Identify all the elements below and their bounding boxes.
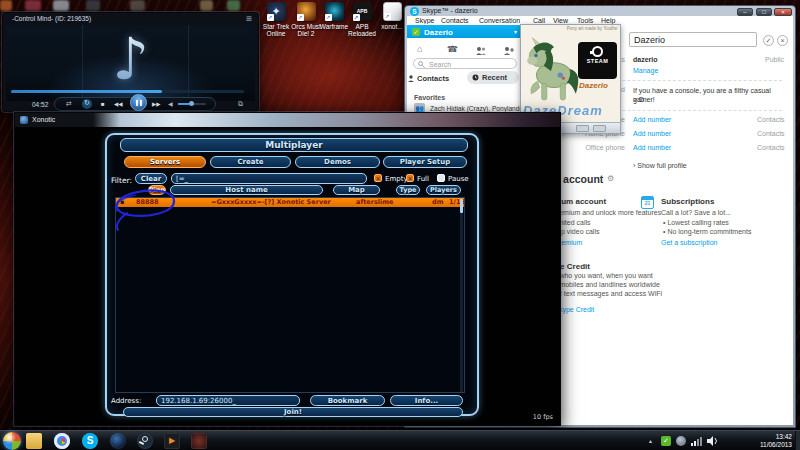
menu-tools[interactable]: Tools [577, 17, 593, 24]
server-row[interactable]: ▪ 88888 =GxxxGxxxx=-[?] Xonotic Server a… [116, 198, 464, 207]
search-input[interactable]: Search [413, 58, 517, 69]
server-ping: 88888 [136, 198, 159, 207]
manage-link[interactable]: Manage [633, 67, 658, 74]
orcs-must-die-icon: ↗ [297, 2, 316, 21]
add-contact-icon[interactable] [503, 46, 515, 55]
tab-recent[interactable]: Recent [467, 71, 519, 84]
switch-view-icon[interactable]: ⧉ [238, 100, 243, 108]
seek-bar[interactable] [11, 90, 244, 93]
address-input[interactable]: 192.168.1.69:26000_ [156, 395, 300, 406]
tray-app-icon[interactable] [676, 436, 686, 446]
taskbar-media-player-icon[interactable]: ▶ [164, 433, 180, 449]
volume-slider[interactable] [178, 103, 206, 105]
contacts-tag: Contacts [757, 130, 785, 137]
scrollbar-track[interactable] [460, 198, 463, 392]
tray-clock[interactable]: 13:42 11/06/2013 [760, 433, 792, 449]
group-contacts-icon[interactable] [475, 46, 487, 55]
steam-label: STEAM [578, 58, 617, 64]
scrollbar-thumb[interactable] [460, 199, 463, 213]
player-controls: 04:52 ⇄ ↻ ■ ◀◀ ▶▶ ◀ ⧉ [6, 97, 255, 111]
tab-contacts[interactable]: Contacts [415, 74, 449, 83]
server-map: afterslime [356, 198, 393, 207]
taskbar-chrome-icon[interactable] [54, 433, 70, 449]
user-status-bar[interactable]: ✓ Dazerio ▾ [407, 25, 522, 38]
close-button[interactable]: × [774, 8, 792, 16]
column-host-name[interactable]: Host name [170, 185, 323, 195]
clear-filter-button[interactable]: Clear [135, 173, 167, 184]
taskbar-app-icon[interactable] [191, 433, 207, 449]
join-button[interactable]: Join! [123, 407, 463, 417]
xonotic-titlebar[interactable]: Xonotic [15, 113, 560, 127]
bookmark-button[interactable]: Bookmark [310, 395, 385, 406]
gear-icon[interactable]: ⚙ [607, 174, 614, 183]
home-icon[interactable]: ⌂ [417, 44, 422, 54]
info-button[interactable]: Info... [390, 395, 463, 406]
call-phone-icon[interactable]: ☎ [447, 44, 458, 54]
taskbar-xonotic-icon[interactable] [110, 433, 126, 449]
tray-expand-icon[interactable]: ▲ [648, 438, 653, 444]
pause-button[interactable] [130, 94, 147, 111]
column-ping[interactable]: Ping [148, 185, 166, 195]
desktop-icon-sliver [0, 0, 12, 11]
add-office-link[interactable]: Add number [633, 144, 671, 151]
chevron-down-icon: ▾ [514, 28, 517, 35]
subscriptions-bullet-2: • No long-term commitments [663, 228, 751, 235]
taskbar-skype-icon[interactable]: S [82, 433, 98, 449]
menu-conversation[interactable]: Conversation [479, 17, 520, 24]
subscriptions-title: Subscriptions [661, 197, 714, 206]
add-mobile-link[interactable]: Add number [633, 116, 671, 123]
office-phone-label: Office phone [563, 144, 625, 151]
shuffle-icon[interactable]: ⇄ [66, 100, 72, 108]
full-label: Full [417, 175, 429, 183]
menu-contacts[interactable]: Contacts [441, 17, 469, 24]
volume-knob[interactable] [189, 101, 194, 106]
taskbar-explorer-icon[interactable] [26, 433, 42, 449]
tab-demos[interactable]: Demos [295, 156, 380, 168]
column-type[interactable]: Type [396, 185, 420, 195]
menu-call[interactable]: Call [533, 17, 545, 24]
desktop-icon-sliver [130, 0, 145, 11]
tab-player-setup[interactable]: Player Setup [383, 156, 467, 168]
warframe-icon: ↗ [325, 2, 344, 21]
pony-art-caption: Pony art made by 'Kodhe' [567, 26, 618, 31]
column-players[interactable]: Players [426, 185, 461, 195]
start-button[interactable] [3, 432, 21, 450]
pause-checkbox[interactable]: ✕ [437, 174, 445, 182]
taskbar-steam-icon[interactable] [137, 433, 153, 449]
tab-servers[interactable]: Servers [124, 156, 206, 168]
previous-button[interactable]: ◀◀ [114, 100, 122, 108]
server-host: =GxxxGxxxx=-[?] Xonotic Server [211, 198, 331, 207]
stop-button[interactable]: ■ [101, 100, 105, 108]
repeat-icon[interactable]: ↻ [82, 99, 92, 109]
add-home-link[interactable]: Add number [633, 130, 671, 137]
minimize-button[interactable]: – [737, 8, 753, 16]
skype-window-title[interactable]: Skype™ - dazerio [422, 7, 478, 14]
next-button[interactable]: ▶▶ [152, 100, 160, 108]
filter-input[interactable]: [=_ [171, 173, 367, 184]
show-full-profile-link[interactable]: › Show full profile [633, 162, 687, 169]
footer-button[interactable] [576, 125, 589, 132]
empty-checkbox[interactable]: ✕ [374, 174, 382, 182]
subscriptions-link[interactable]: Get a subscription [661, 239, 717, 246]
column-map[interactable]: Map [333, 185, 380, 195]
confirm-icon[interactable]: ✓ [763, 35, 774, 46]
library-grid-icon[interactable]: ⊞ [246, 15, 252, 23]
footer-button[interactable] [593, 125, 606, 132]
volume-tray-icon[interactable] [707, 436, 718, 446]
menu-view[interactable]: View [553, 17, 568, 24]
server-list[interactable]: ▪ 88888 =GxxxGxxxx=-[?] Xonotic Server a… [115, 197, 465, 393]
maximize-button[interactable]: □ [756, 8, 772, 16]
tab-create[interactable]: Create [210, 156, 291, 168]
network-icon[interactable] [691, 436, 702, 446]
media-player-window: -Control Mind- (ID: 219635) ⊞ ♪ 04:52 ⇄ … [2, 12, 259, 112]
tray-status-icon[interactable]: ✓ [661, 436, 671, 446]
show-desktop-button[interactable] [795, 431, 800, 450]
media-player-title[interactable]: -Control Mind- (ID: 219635) [12, 15, 91, 22]
cancel-icon[interactable]: × [777, 35, 788, 46]
menu-help[interactable]: Help [601, 17, 615, 24]
profile-name-input[interactable]: Dazerio [629, 32, 757, 47]
volume-icon[interactable]: ◀ [168, 100, 173, 108]
fps-counter: 10 fps [533, 413, 553, 421]
menu-skype[interactable]: Skype [415, 17, 434, 24]
full-checkbox[interactable]: ✕ [406, 174, 414, 182]
